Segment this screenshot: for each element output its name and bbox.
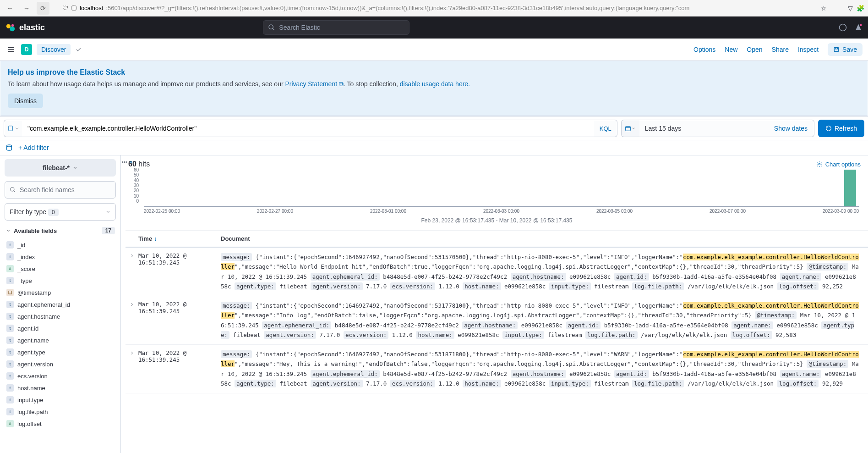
table-row: Mar 10, 2022 @ 16:51:39.245 message: {"i…	[126, 296, 868, 345]
dismiss-button[interactable]: Dismiss	[8, 94, 43, 108]
reload-button[interactable]: ⟳	[37, 2, 49, 15]
query-options-button[interactable]	[4, 120, 22, 137]
histogram-chart[interactable]: 6050403020100 2022-02-25 00:002022-02-27…	[121, 170, 868, 230]
column-document[interactable]: Document	[221, 235, 868, 242]
gear-icon	[816, 161, 823, 167]
field-name: agent.id	[17, 325, 38, 332]
column-time[interactable]: Time↓	[138, 235, 221, 242]
row-time: Mar 10, 2022 @ 16:51:39.245	[138, 252, 221, 291]
app-header: D Discover Options New Open Share Inspec…	[0, 39, 868, 61]
field-type-icon: t	[6, 313, 14, 320]
results-panel: ••• ⇤ 60 hits Chart options 605040302010…	[121, 155, 868, 453]
date-range-display[interactable]: Last 15 days	[639, 120, 768, 137]
refresh-icon	[825, 125, 832, 132]
filter-by-type[interactable]: Filter by type 0	[5, 203, 116, 221]
field-item[interactable]: thost.name	[5, 382, 116, 394]
field-item[interactable]: tagent.ephemeral_id	[5, 298, 116, 310]
table-header: Time↓ Document	[126, 230, 868, 248]
nav-toggle-button[interactable]	[5, 44, 16, 55]
field-type-icon: t	[6, 360, 14, 368]
sort-desc-icon: ↓	[154, 235, 157, 242]
index-pattern-selector[interactable]: filebeat-*	[5, 159, 116, 177]
extensions-icon[interactable]: 🧩	[857, 5, 864, 12]
chart-caption: Feb 23, 2022 @ 16:53:17.435 - Mar 10, 20…	[135, 214, 859, 227]
show-dates-button[interactable]: Show dates	[768, 120, 814, 137]
more-icon[interactable]: •••	[122, 159, 127, 165]
save-icon	[833, 46, 840, 53]
forward-button[interactable]: →	[20, 2, 33, 15]
available-fields-header[interactable]: Available fields 17	[5, 225, 116, 236]
breadcrumb-app[interactable]: Discover	[37, 44, 71, 55]
star-icon[interactable]: ☆	[821, 5, 827, 12]
svg-point-3	[269, 25, 273, 29]
kql-toggle[interactable]: KQL	[594, 120, 617, 137]
available-count-badge: 17	[102, 227, 115, 234]
field-item[interactable]: tecs.version	[5, 370, 116, 382]
field-name: log.offset	[17, 420, 42, 427]
field-name: host.name	[17, 385, 45, 392]
pocket-icon[interactable]: ▽	[848, 5, 853, 12]
query-bar: KQL Last 15 days Show dates Refresh	[0, 116, 868, 140]
svg-rect-11	[8, 126, 12, 131]
field-item[interactable]: tlog.file.path	[5, 406, 116, 418]
telemetry-banner: Help us improve the Elastic Stack To lea…	[0, 61, 868, 116]
back-button[interactable]: ←	[4, 2, 16, 15]
query-input[interactable]	[22, 120, 594, 137]
row-document: message: {"instant":{"epochSecond":16469…	[221, 349, 868, 388]
field-item[interactable]: ❏@timestamp	[5, 287, 116, 298]
field-item[interactable]: tagent.id	[5, 322, 116, 334]
svg-line-16	[14, 191, 15, 192]
nav-new[interactable]: New	[725, 46, 737, 53]
nav-share[interactable]: Share	[772, 46, 789, 53]
row-document: message: {"instant":{"epochSecond":16469…	[221, 301, 868, 340]
field-item[interactable]: tagent.name	[5, 334, 116, 346]
chart-options-button[interactable]: Chart options	[816, 161, 861, 168]
field-item[interactable]: t_index	[5, 251, 116, 263]
field-item[interactable]: tagent.version	[5, 358, 116, 370]
field-item[interactable]: tagent.type	[5, 346, 116, 358]
field-name: agent.version	[17, 361, 53, 368]
disk-icon[interactable]	[5, 144, 13, 151]
collapse-icon[interactable]: ⇤	[130, 159, 134, 165]
elastic-header: elastic Search Elastic	[0, 17, 868, 39]
svg-line-4	[273, 28, 274, 30]
field-name: log.file.path	[17, 409, 48, 415]
expand-row-button[interactable]	[126, 349, 138, 388]
global-search-placeholder: Search Elastic	[279, 24, 320, 31]
field-item[interactable]: t_type	[5, 275, 116, 287]
field-item[interactable]: tinput.type	[5, 394, 116, 406]
field-item[interactable]: tagent.hostname	[5, 310, 116, 322]
refresh-button[interactable]: Refresh	[818, 120, 864, 137]
date-quick-select[interactable]	[621, 120, 639, 137]
add-filter-button[interactable]: + Add filter	[18, 144, 49, 151]
field-item[interactable]: t_id	[5, 239, 116, 251]
field-item[interactable]: #_score	[5, 263, 116, 275]
field-name: _score	[17, 265, 35, 272]
save-button[interactable]: Save	[828, 43, 863, 56]
help-icon[interactable]	[839, 23, 847, 32]
nav-open[interactable]: Open	[747, 46, 762, 53]
field-type-icon: t	[6, 325, 14, 332]
global-search[interactable]: Search Elastic	[263, 20, 409, 35]
nav-options[interactable]: Options	[693, 46, 715, 53]
field-search-input[interactable]: Search field names	[5, 181, 116, 199]
expand-row-button[interactable]	[126, 252, 138, 291]
svg-point-14	[7, 145, 12, 147]
table-row: Mar 10, 2022 @ 16:51:39.245 message: {"i…	[126, 345, 868, 393]
space-selector[interactable]: D	[21, 44, 32, 55]
field-name: _id	[17, 242, 25, 249]
newsfeed-icon[interactable]	[854, 23, 863, 32]
field-type-icon: t	[6, 277, 14, 284]
sidebar-collapse-tools: ••• ⇤	[122, 159, 134, 165]
privacy-link[interactable]: Privacy Statement ⧉	[285, 80, 344, 88]
nav-inspect[interactable]: Inspect	[798, 46, 819, 53]
row-time: Mar 10, 2022 @ 16:51:39.245	[138, 349, 221, 388]
banner-title: Help us improve the Elastic Stack	[8, 68, 860, 77]
disable-link[interactable]: disable usage data here.	[400, 80, 470, 88]
expand-row-button[interactable]	[126, 301, 138, 340]
chevron-down-icon	[105, 209, 111, 215]
elastic-logo[interactable]: elastic	[5, 22, 45, 33]
chevron-right-icon	[129, 253, 135, 259]
field-item[interactable]: #log.offset	[5, 418, 116, 430]
url-bar[interactable]: 🛡 ⓘ localhost:5601/app/discover#/?_g=(fi…	[53, 4, 817, 12]
